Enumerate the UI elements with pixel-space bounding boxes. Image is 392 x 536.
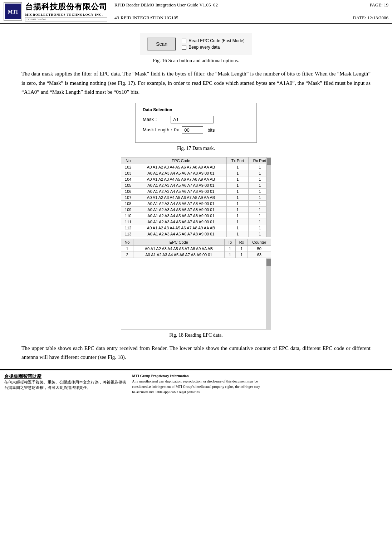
checkbox-beep[interactable] [182,45,186,50]
footer-right-title: MTI Group Proprietary Information [132,374,188,378]
table-row: 107A0 A1 A2 A3 A4 A5 A6 A7 A8 A9 AA AB11 [121,194,271,200]
table2: No EPC Code Tx Rx Counter 1A0 A1 A2 A3 A… [121,239,271,258]
table-cell: 1 [227,225,249,231]
header-right: RFID Reader DEMO Integration User Guide … [114,1,388,21]
table-cell: A0 A1 A2 A3 A4 A5 A6 A7 A8 A9 00 01 [135,219,227,225]
paragraph-1: The data mask supplies the filter of EPC… [21,69,371,97]
ds-masklength-label: Mask Length：0x [143,127,179,133]
data-selection-box: Data Selection Mask： Mask Length：0x bits [135,103,257,143]
table2-header-no: No [121,239,133,245]
table-cell: 110 [121,213,135,219]
table-cell: 109 [121,206,135,213]
table-cell: 113 [121,231,135,237]
table-cell: 1 [227,164,249,170]
table-cell: 111 [121,219,135,225]
table-row: 108A0 A1 A2 A3 A4 A5 A6 A7 A8 A9 00 0111 [121,200,271,206]
table1-header-no: No [121,157,135,164]
table-cell: 1 [227,170,249,176]
table1-wrapper: No EPC Code Tx Port Rx Port 102A0 A1 A2 … [121,157,271,237]
company-logo-section: MTI 台揚科技股份有限公司 MICROELECTRONICS TECHNOLO… [4,1,107,21]
table-cell: 107 [121,194,135,200]
table-cell: A0 A1 A2 A3 A4 A5 A6 A7 A8 A9 00 01 [135,231,227,237]
scrollbar-thumb-2 [266,259,271,266]
footer-right-line3: be accused and liable applicable legal p… [132,389,388,395]
table-cell: A0 A1 A2 A3 A4 A5 A6 A7 A8 A9 AA AB [135,225,227,231]
table-cell: A0 A1 A2 A3 A4 A5 A6 A7 A8 A9 AA AB [135,194,227,200]
checkbox-fast-mode-label: Read EPC Code (Fast Mode) [188,38,245,43]
table2-header-rx: Rx [236,239,248,245]
table-cell: A0 A1 A2 A3 A4 A5 A6 A7 A8 A9 AA AB [135,176,227,182]
table-cell: 1 [224,245,236,252]
table-cell: 108 [121,200,135,206]
footer-left-line1: 任何未經授權逕予複製、重製、公開或使用本文之行為，將被視為侵害 [4,380,132,385]
footer-right: MTI Group Proprietary Information Any un… [132,373,388,395]
table-cell: 63 [248,252,271,258]
table2-header-counter: Counter [248,239,271,245]
doc-title: RFID Reader DEMO Integration User Guide … [114,2,218,8]
table-row: 105A0 A1 A2 A3 A4 A5 A6 A7 A8 A9 00 0111 [121,182,271,188]
fig16-container: Scan Read EPC Code (Fast Mode) Beep ever… [21,33,371,64]
doc-date: DATE: 12/13/2006 [353,15,388,21]
footer-right-line1: Any unauthorized use, duplication, repro… [132,379,388,384]
table-cell: A0 A1 A2 A3 A4 A5 A6 A7 A8 A9 00 01 [135,200,227,206]
table1-header-tx: Tx Port [227,157,249,164]
table-cell: 1 [227,231,249,237]
page-content: Scan Read EPC Code (Fast Mode) Beep ever… [0,24,392,362]
ds-mask-label: Mask： [143,116,168,123]
fig17-container: Data Selection Mask： Mask Length：0x bits… [21,103,371,151]
table-row: 2A0 A1 A2 A3 A4 A5 A6 A7 A8 A9 00 011163 [121,252,271,258]
fig16-caption: Fig. 16 Scan button and additional optio… [153,58,239,64]
page-number: PAGE: 19 [369,2,388,8]
table2-empty-area [121,258,271,330]
table-cell: 1 [224,252,236,258]
table-row: 1A0 A1 A2 A3 A4 A5 A6 A7 A8 A9 AA AB1150 [121,245,271,252]
scrollbar-2[interactable] [266,258,271,329]
ds-masklength-row: Mask Length：0x bits [143,126,249,134]
scrollbar-1[interactable] [266,157,271,237]
table-cell: 1 [227,182,249,188]
footer-left-title: 台揚集團智慧財產 [4,373,132,380]
checkbox-beep-label: Beep every data [188,45,220,50]
table-cell: 50 [248,245,271,252]
ds-title: Data Selection [143,107,249,112]
checkbox-fast-mode[interactable] [182,39,186,43]
table-row: 103A0 A1 A2 A3 A4 A5 A6 A7 A8 A9 00 0111 [121,170,271,176]
table-cell: A0 A1 A2 A3 A4 A5 A6 A7 A8 A9 00 01 [135,170,227,176]
table-cell: 1 [227,194,249,200]
fig18-container: No EPC Code Tx Port Rx Port 102A0 A1 A2 … [21,157,371,338]
scan-button[interactable]: Scan [147,38,176,50]
checkbox-row-2: Beep every data [182,45,245,50]
footer-left-line2: 台揚集團之智慧財產權，將可因此負擔法律責任。 [4,385,132,390]
table-row: 106A0 A1 A2 A3 A4 A5 A6 A7 A8 A9 00 0111 [121,188,271,194]
checkbox-row-1: Read EPC Code (Fast Mode) [182,38,245,43]
header-row-bottom: 43-RFID INTEGRATION UG105 DATE: 12/13/20… [114,15,388,21]
ds-mask-row: Mask： [143,116,249,123]
checkbox-group: Read EPC Code (Fast Mode) Beep every dat… [182,38,245,50]
logo-image: MTI [4,2,22,21]
table-row: 111A0 A1 A2 A3 A4 A5 A6 A7 A8 A9 00 0111 [121,219,271,225]
table-cell: 1 [227,200,249,206]
fig16-box: Scan Read EPC Code (Fast Mode) Beep ever… [140,33,252,55]
table-cell: 1 [227,176,249,182]
table-row: 110A0 A1 A2 A3 A4 A5 A6 A7 A8 A9 00 0111 [121,213,271,219]
table-cell: 1 [227,213,249,219]
table2-header-tx: Tx [224,239,236,245]
table-cell: 106 [121,188,135,194]
table-cell: A0 A1 A2 A3 A4 A5 A6 A7 A8 A9 00 01 [135,182,227,188]
svg-text:MTI: MTI [8,9,18,15]
table-cell: A0 A1 A2 A3 A4 A5 A6 A7 A8 A9 00 01 [133,252,224,258]
table-cell: 103 [121,170,135,176]
footer-right-line2: considered as infringement of MTI Group’… [132,384,388,389]
table-cell: 1 [227,206,249,213]
table2-wrapper: No EPC Code Tx Rx Counter 1A0 A1 A2 A3 A… [121,239,271,330]
ds-masklength-input[interactable] [182,126,203,134]
company-english: MICROELECTRONICS TECHNOLOGY INC. [25,13,107,16]
table-cell: 2 [121,252,133,258]
doc-id: 43-RFID INTEGRATION UG105 [114,15,178,21]
table-cell: 1 [227,188,249,194]
table-row: 109A0 A1 A2 A3 A4 A5 A6 A7 A8 A9 00 0111 [121,206,271,213]
table2-header-epc: EPC Code [133,239,224,245]
fig17-caption: Fig. 17 Data mask. [177,146,215,151]
ds-mask-input[interactable] [171,116,214,123]
header-row-top: RFID Reader DEMO Integration User Guide … [114,2,388,8]
